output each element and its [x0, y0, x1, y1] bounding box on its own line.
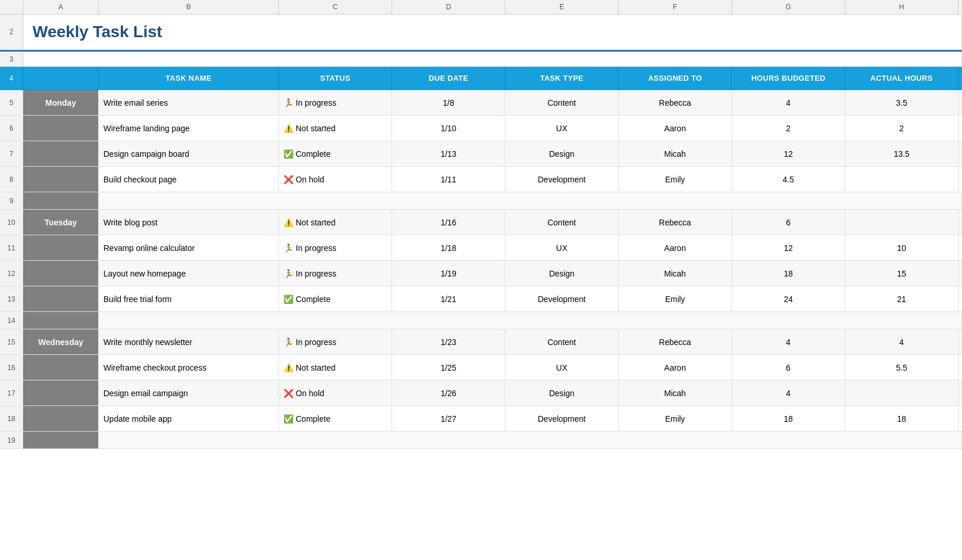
- due-date: 1/26: [392, 380, 505, 405]
- task-status: ⚠️Not started: [279, 210, 392, 235]
- spacer-14: [99, 312, 962, 329]
- status-text: Complete: [296, 295, 331, 304]
- status-text: Not started: [296, 124, 335, 133]
- row-num-6: 6: [0, 116, 23, 141]
- actual-hours: 18: [845, 406, 959, 431]
- actual-hours: 2: [845, 116, 959, 141]
- task-type: Development: [505, 406, 619, 431]
- hours-budgeted: 4: [732, 90, 845, 115]
- status-text: On hold: [296, 389, 324, 398]
- col-header-row: A B C D E F G H: [0, 0, 962, 15]
- day-cell-13: [23, 286, 99, 311]
- header-actual-hours: ACTUAL HOURS: [845, 67, 959, 89]
- day-cell-11: [23, 235, 99, 260]
- task-name: Wireframe landing page: [99, 116, 279, 141]
- spacer-9: [99, 192, 962, 209]
- row-num-4: 4: [0, 67, 23, 89]
- assigned-to: Emily: [619, 406, 732, 431]
- due-date: 1/10: [392, 116, 505, 141]
- table-row: 7 Design campaign board ✅Complete 1/13 D…: [0, 141, 962, 167]
- spreadsheet: A B C D E F G H 2 Weekly Task List 3 4 T…: [0, 0, 962, 560]
- status-icon: 🏃: [283, 243, 293, 253]
- title-row: 2 Weekly Task List: [0, 15, 962, 50]
- status-icon: ⚠️: [283, 363, 293, 372]
- col-header-g[interactable]: G: [732, 0, 845, 14]
- task-status: ❌On hold: [279, 380, 392, 405]
- table-row: 13 Build free trial form ✅Complete 1/21 …: [0, 286, 962, 312]
- hours-budgeted: 12: [732, 235, 845, 260]
- table-row: 5 Monday Write email series 🏃In progress…: [0, 90, 962, 116]
- status-text: On hold: [296, 175, 324, 184]
- col-header-a[interactable]: A: [23, 0, 99, 14]
- actual-hours: 15: [845, 261, 959, 286]
- task-status: ✅Complete: [279, 141, 392, 166]
- task-status: ⚠️Not started: [279, 355, 392, 380]
- day-cell-6: [23, 116, 99, 141]
- due-date: 1/19: [392, 261, 505, 286]
- corner-cell: [0, 0, 23, 14]
- actual-hours: 10: [845, 235, 959, 260]
- due-date: 1/18: [392, 235, 505, 260]
- col-header-b[interactable]: B: [99, 0, 279, 14]
- task-type: UX: [505, 116, 619, 141]
- title-cell: Weekly Task List: [23, 15, 962, 49]
- assigned-to: Rebecca: [619, 90, 732, 115]
- header-status: STATUS: [279, 67, 392, 89]
- assigned-to: Rebecca: [619, 329, 732, 354]
- col-header-c[interactable]: C: [279, 0, 392, 14]
- actual-hours: [845, 167, 959, 192]
- task-status: ⚠️Not started: [279, 116, 392, 141]
- page-title: Weekly Task List: [28, 23, 162, 41]
- assigned-to: Micah: [619, 380, 732, 405]
- row-num-14: 14: [0, 312, 23, 329]
- task-type: Content: [505, 90, 619, 115]
- status-text: Not started: [296, 363, 335, 372]
- status-text: In progress: [296, 243, 336, 253]
- task-name: Write monthly newsletter: [99, 329, 279, 354]
- table-row: 16 Wireframe checkout process ⚠️Not star…: [0, 355, 962, 380]
- task-type: Development: [505, 286, 619, 311]
- task-name: Design email campaign: [99, 380, 279, 405]
- table-row: 15 Wednesday Write monthly newsletter 🏃I…: [0, 329, 962, 355]
- empty-cell-3: [23, 52, 962, 66]
- col-header-d[interactable]: D: [392, 0, 505, 14]
- assigned-to: Emily: [619, 286, 732, 311]
- header-task-name: TASK NAME: [99, 67, 279, 89]
- row-3: 3: [0, 52, 962, 67]
- hours-budgeted: 6: [732, 210, 845, 235]
- status-icon: ⚠️: [283, 124, 293, 133]
- day-cell-7: [23, 141, 99, 166]
- hours-budgeted: 12: [732, 141, 845, 166]
- spacer-row-19: 19: [0, 432, 962, 449]
- task-name: Update mobile app: [99, 406, 279, 431]
- actual-hours: 4: [845, 329, 959, 354]
- due-date: 1/16: [392, 210, 505, 235]
- day-cell-8: [23, 167, 99, 192]
- task-name: Design campaign board: [99, 141, 279, 166]
- spacer-a-19: [23, 432, 99, 448]
- row-num-9: 9: [0, 192, 23, 209]
- due-date: 1/8: [392, 90, 505, 115]
- row-num-12: 12: [0, 261, 23, 286]
- hours-budgeted: 18: [732, 406, 845, 431]
- col-header-e[interactable]: E: [505, 0, 619, 14]
- hours-budgeted: 18: [732, 261, 845, 286]
- col-header-h[interactable]: H: [845, 0, 959, 14]
- task-name: Write blog post: [99, 210, 279, 235]
- spacer-a-9: [23, 192, 99, 209]
- row-num-11: 11: [0, 235, 23, 260]
- spacer-a-14: [23, 312, 99, 329]
- hours-budgeted: 2: [732, 116, 845, 141]
- status-icon: 🏃: [283, 338, 293, 347]
- header-col-a: [23, 67, 99, 89]
- due-date: 1/11: [392, 167, 505, 192]
- col-header-f[interactable]: F: [619, 0, 732, 14]
- task-type: Design: [505, 380, 619, 405]
- table-row: 12 Layout new homepage 🏃In progress 1/19…: [0, 261, 962, 286]
- task-name: Layout new homepage: [99, 261, 279, 286]
- table-row: 11 Revamp online calculator 🏃In progress…: [0, 235, 962, 261]
- spacer-row-9: 9: [0, 192, 962, 210]
- table-row: 10 Tuesday Write blog post ⚠️Not started…: [0, 210, 962, 235]
- task-name: Wireframe checkout process: [99, 355, 279, 380]
- day-tuesday: Tuesday: [23, 210, 99, 235]
